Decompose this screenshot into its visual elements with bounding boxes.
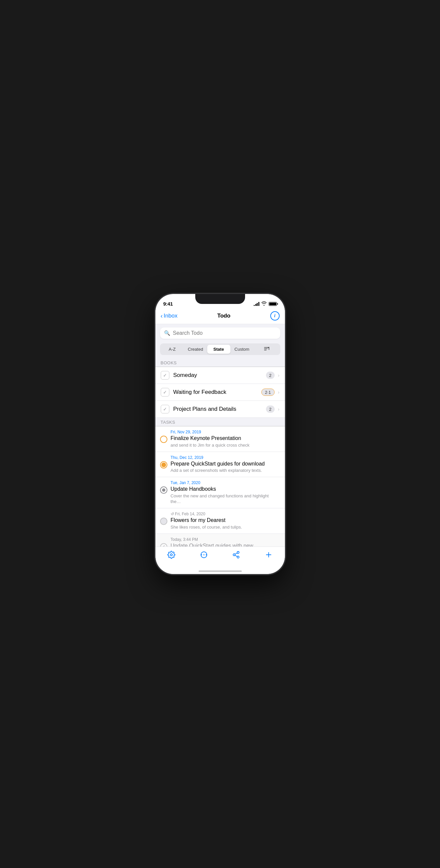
task-date: Fri, Nov 29, 2019 xyxy=(171,430,280,434)
tab-state[interactable]: State xyxy=(207,345,231,354)
task-item[interactable]: Fri, Nov 29, 2019 Finalize Keynote Prese… xyxy=(155,426,285,452)
signal-icon xyxy=(254,302,259,306)
task-subtitle: Add a set of screenshots with explanator… xyxy=(171,468,280,473)
tab-bar-share[interactable] xyxy=(231,550,241,559)
notch xyxy=(195,294,245,304)
task-status-area xyxy=(160,455,167,468)
list-item[interactable]: ✓ Waiting for Feedback 2·1 › xyxy=(155,384,285,401)
task-content: ↺ Fri, Feb 14, 2020 Flowers for my Deare… xyxy=(171,512,280,530)
checkmark-icon: ✓ xyxy=(163,373,167,378)
tab-bar-settings[interactable] xyxy=(167,550,176,559)
task-status-area xyxy=(160,480,167,494)
task-date: Thu, Dec 12, 2019 xyxy=(171,455,280,460)
task-date: Today, 3:44 PM xyxy=(171,537,280,542)
book-checkbox: ✓ xyxy=(161,388,169,397)
badge-count: 2 xyxy=(266,372,275,379)
back-chevron-icon: ‹ xyxy=(161,312,163,319)
badge-count-text: 2·1 xyxy=(265,390,271,395)
phone-screen: 9:41 xyxy=(155,294,285,574)
book-badge: 2·1 › xyxy=(261,389,280,396)
phone-shell: 9:41 xyxy=(155,294,285,574)
svg-point-3 xyxy=(170,554,172,556)
book-name: Project Plans and Details xyxy=(173,406,266,412)
search-container: 🔍 xyxy=(155,324,285,342)
svg-point-5 xyxy=(203,554,204,555)
task-subtitle: and send it to Jim for a quick cross che… xyxy=(171,443,280,448)
search-bar: 🔍 xyxy=(160,328,280,339)
status-icons xyxy=(254,301,277,307)
task-title: Update Handbooks xyxy=(171,486,280,493)
task-status-area xyxy=(160,430,167,443)
books-section-header: BOOKS xyxy=(155,358,285,367)
sort-tabs: A-Z Created State Custom xyxy=(155,342,285,358)
task-date: Tue, Jan 7, 2020 xyxy=(171,480,280,485)
book-badge: 2 › xyxy=(266,405,280,413)
chevron-right-icon: › xyxy=(278,390,280,395)
info-icon: i xyxy=(274,313,275,318)
sort-order-button[interactable] xyxy=(254,344,280,354)
nav-title: Todo xyxy=(217,313,230,319)
gear-icon xyxy=(167,550,176,559)
nav-bar: ‹ Inbox Todo i xyxy=(155,309,285,324)
chevron-right-icon: › xyxy=(278,373,280,378)
back-button[interactable]: ‹ Inbox xyxy=(161,313,178,319)
list-item[interactable]: ✓ Someday 2 › xyxy=(155,367,285,384)
search-input[interactable] xyxy=(173,330,276,336)
task-content: Fri, Nov 29, 2019 Finalize Keynote Prese… xyxy=(171,430,280,448)
list-item[interactable]: ✓ Project Plans and Details 2 › xyxy=(155,401,285,418)
task-item[interactable]: Thu, Dec 12, 2019 Prepare QuickStart gui… xyxy=(155,452,285,477)
dots-icon xyxy=(199,550,209,559)
tab-bar-more[interactable] xyxy=(199,550,209,559)
task-content: Tue, Jan 7, 2020 Update Handbooks Cover … xyxy=(171,480,280,505)
share-icon xyxy=(231,550,241,559)
badge-count: 2 xyxy=(266,405,275,413)
tab-bar xyxy=(155,547,285,574)
search-icon: 🔍 xyxy=(164,330,170,336)
task-content: Thu, Dec 12, 2019 Prepare QuickStart gui… xyxy=(171,455,280,474)
tab-bar-add[interactable] xyxy=(264,550,273,559)
plus-icon xyxy=(264,550,273,559)
book-checkbox: ✓ xyxy=(161,405,169,413)
book-name: Someday xyxy=(173,372,266,379)
scroll-content: 🔍 A-Z Created State Custom xyxy=(155,324,285,554)
checkmark-icon: ✓ xyxy=(163,406,167,412)
badge-count-notification: 2·1 xyxy=(261,389,275,396)
checkmark-icon: ✓ xyxy=(163,390,167,395)
tasks-section-header: TASKS xyxy=(155,418,285,426)
tab-az[interactable]: A-Z xyxy=(161,345,184,354)
book-checkbox: ✓ xyxy=(161,371,169,380)
tabs-container: A-Z Created State Custom xyxy=(160,343,280,355)
book-name: Waiting for Feedback xyxy=(173,389,261,396)
task-subtitle: She likes roses, of course, and tulips. xyxy=(171,525,280,530)
task-item[interactable]: Tue, Jan 7, 2020 Update Handbooks Cover … xyxy=(155,477,285,508)
home-indicator xyxy=(199,570,242,572)
task-circle-icon xyxy=(160,518,167,525)
task-circle-icon xyxy=(160,436,167,443)
back-label: Inbox xyxy=(164,313,178,319)
task-circle-icon xyxy=(160,461,167,468)
status-time: 9:41 xyxy=(164,301,173,307)
tab-custom[interactable]: Custom xyxy=(231,345,254,354)
info-button[interactable]: i xyxy=(270,311,280,320)
task-circle-icon xyxy=(160,487,167,494)
task-title: Finalize Keynote Presentation xyxy=(171,435,280,442)
task-title: Flowers for my Dearest xyxy=(171,517,280,524)
task-subtitle: Cover the new and changed functions and … xyxy=(171,493,280,505)
wifi-icon xyxy=(261,301,267,307)
task-title: Prepare QuickStart guides for download xyxy=(171,461,280,467)
task-date: ↺ Fri, Feb 14, 2020 xyxy=(171,512,280,516)
task-item[interactable]: ↺ Fri, Feb 14, 2020 Flowers for my Deare… xyxy=(155,508,285,534)
battery-icon xyxy=(269,302,277,306)
task-status-area xyxy=(160,512,167,525)
chevron-right-icon: › xyxy=(278,406,280,412)
book-badge: 2 › xyxy=(266,372,280,379)
tab-created[interactable]: Created xyxy=(184,345,207,354)
